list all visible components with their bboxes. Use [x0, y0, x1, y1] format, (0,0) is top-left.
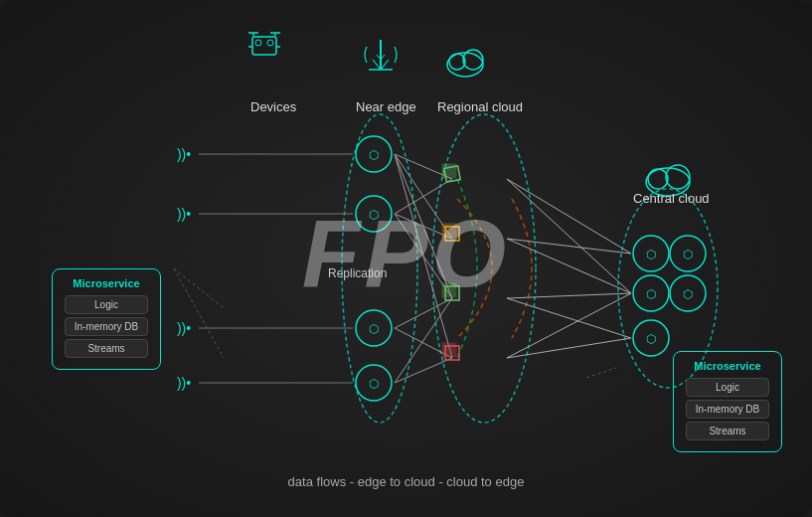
microservice-right-logic: Logic	[686, 378, 769, 397]
microservice-left-streams: Streams	[65, 339, 148, 358]
svg-text:⬡: ⬡	[646, 287, 656, 301]
svg-text:))•: ))•	[177, 146, 191, 162]
svg-rect-40	[442, 164, 456, 178]
svg-text:⬡: ⬡	[369, 377, 379, 391]
microservice-left-title: Microservice	[65, 277, 148, 289]
microservice-left-inmemory: In-memory DB	[65, 317, 148, 336]
svg-rect-42	[442, 224, 456, 238]
data-flows-label: data flows - edge to cloud - cloud to ed…	[288, 474, 525, 489]
svg-text:⬡: ⬡	[646, 332, 656, 346]
microservice-right-title: Microservice	[686, 360, 769, 372]
microservice-left-logic: Logic	[65, 295, 148, 314]
svg-text:))•: ))•	[177, 320, 191, 336]
svg-text:⬡: ⬡	[646, 248, 656, 261]
svg-text:⬡: ⬡	[683, 287, 693, 301]
microservice-right-inmemory: In-memory DB	[686, 400, 769, 419]
svg-text:⬡: ⬡	[369, 208, 379, 222]
svg-text:⬡: ⬡	[369, 148, 379, 162]
svg-text:⬡: ⬡	[683, 248, 693, 261]
svg-rect-46	[442, 343, 456, 357]
replication-label: Replication	[328, 266, 387, 280]
svg-text:))•: ))•	[177, 206, 191, 222]
microservice-box-left: Microservice Logic In-memory DB Streams	[52, 268, 161, 370]
diagram-container: ))• ))• ))• ))• ⬡ ⬡ ⬡ ⬡ ⬡ ⬡	[0, 0, 812, 517]
microservice-right-streams: Streams	[686, 422, 769, 440]
svg-text:))•: ))•	[177, 375, 191, 391]
svg-rect-44	[442, 283, 456, 297]
svg-text:⬡: ⬡	[369, 322, 379, 336]
microservice-box-right: Microservice Logic In-memory DB Streams	[673, 351, 782, 452]
